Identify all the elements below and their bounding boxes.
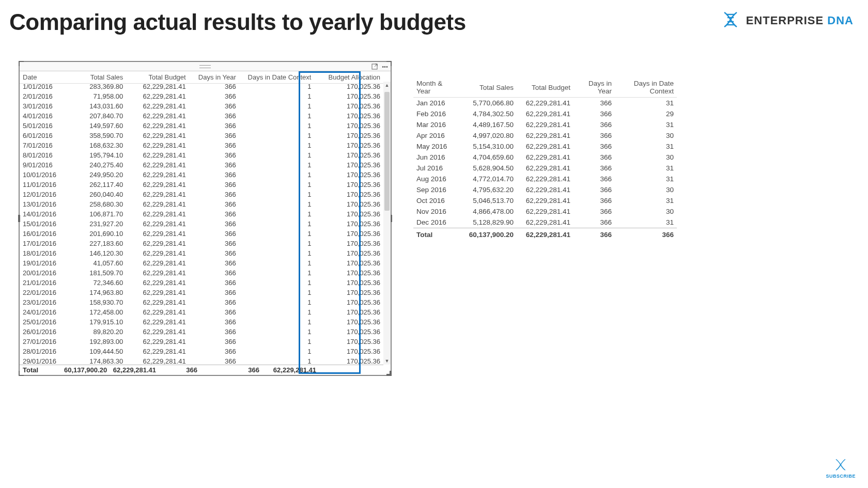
col-header-budget-m[interactable]: Total Budget bbox=[517, 77, 574, 98]
resize-handle-br[interactable] bbox=[386, 371, 392, 376]
total-diy: 366 bbox=[159, 366, 200, 374]
table-row[interactable]: 11/01/2016262,117.4062,229,281.413661170… bbox=[20, 180, 383, 190]
table-row[interactable]: Jan 20165,770,066.8062,229,281.4136631 bbox=[413, 98, 677, 109]
more-options-icon[interactable]: ••• bbox=[381, 63, 389, 70]
table-row[interactable]: 24/01/2016172,458.0062,229,281.413661170… bbox=[20, 307, 383, 317]
table-row[interactable]: 10/01/2016249,950.2062,229,281.413661170… bbox=[20, 170, 383, 180]
brand-text: ENTERPRISE DNA bbox=[746, 14, 854, 27]
table-row[interactable]: Aug 20164,772,014.7062,229,281.4136631 bbox=[413, 174, 677, 184]
table-row[interactable]: 8/01/2016195,794.1062,229,281.413661170,… bbox=[20, 150, 383, 160]
col-header-context-m[interactable]: Days in Date Context bbox=[615, 77, 677, 98]
table-row[interactable]: 12/01/2016260,040.4062,229,281.413661170… bbox=[20, 190, 383, 199]
table-row[interactable]: 26/01/201689,820.2062,229,281.413661170,… bbox=[20, 327, 383, 337]
table-row[interactable]: 19/01/201641,057.6062,229,281.413661170,… bbox=[20, 258, 383, 268]
table-row[interactable]: 4/01/2016207,840.7062,229,281.413661170,… bbox=[20, 111, 383, 121]
dna-icon bbox=[720, 9, 741, 32]
table-row[interactable]: Feb 20164,784,302.5062,229,281.4136629 bbox=[413, 108, 677, 119]
total-label: Total bbox=[20, 366, 61, 374]
table-row[interactable]: 21/01/201672,346.6062,229,281.413661170,… bbox=[20, 278, 383, 288]
total-ctx: 366 bbox=[200, 366, 262, 374]
subscribe-label: SUBSCRIBE bbox=[826, 474, 856, 479]
table-row[interactable]: 28/01/2016109,444.5062,229,281.413661170… bbox=[20, 347, 383, 356]
table-row[interactable]: 13/01/2016258,680.3062,229,281.413661170… bbox=[20, 199, 383, 209]
table-row[interactable]: 1/01/2016283,369.8062,229,281.413661170,… bbox=[20, 82, 383, 91]
table-row[interactable]: 22/01/2016174,963.8062,229,281.413661170… bbox=[20, 288, 383, 297]
focus-mode-icon[interactable] bbox=[371, 63, 378, 70]
drag-grip-icon[interactable] bbox=[199, 65, 211, 68]
scroll-thumb[interactable] bbox=[384, 92, 390, 211]
monthly-table-visual[interactable]: Month & Year Total Sales Total Budget Da… bbox=[413, 77, 677, 240]
monthly-header-row: Month & Year Total Sales Total Budget Da… bbox=[413, 77, 677, 98]
daily-totals-row: Total 60,137,900.20 62,229,281.41 366 36… bbox=[20, 365, 383, 375]
scroll-up-icon[interactable]: ▲ bbox=[383, 82, 391, 89]
scroll-down-icon[interactable]: ▼ bbox=[383, 357, 391, 365]
page-title: Comparing actual results to yearly budge… bbox=[9, 9, 466, 35]
table-row[interactable]: 25/01/2016179,915.1062,229,281.413661170… bbox=[20, 317, 383, 327]
table-row[interactable]: Jul 20165,628,904.5062,229,281.4136631 bbox=[413, 163, 677, 174]
daily-table-visual[interactable]: ••• Date Total Sales Total Budget Days i… bbox=[19, 61, 392, 376]
table-row[interactable]: Mar 20164,489,167.5062,229,281.4136631 bbox=[413, 119, 677, 130]
total-sales: 60,137,900.20 bbox=[61, 366, 107, 374]
table-row[interactable]: Jun 20164,704,659.6062,229,281.4136630 bbox=[413, 152, 677, 163]
table-row[interactable]: 18/01/2016146,120.3062,229,281.413661170… bbox=[20, 248, 383, 258]
table-row[interactable]: 2/01/201671,958.0062,229,281.413661170,0… bbox=[20, 91, 383, 101]
table-row[interactable]: 6/01/2016358,590.7062,229,281.413661170,… bbox=[20, 131, 383, 140]
table-row[interactable]: 27/01/2016192,893.0062,229,281.413661170… bbox=[20, 337, 383, 347]
total-budget: 62,229,281.41 bbox=[107, 366, 159, 374]
table-row[interactable]: 16/01/2016201,690.1062,229,281.413661170… bbox=[20, 229, 383, 239]
table-row[interactable]: 3/01/2016143,031.6062,229,281.413661170,… bbox=[20, 101, 383, 111]
table-row[interactable]: Nov 20164,866,478.0062,229,281.4136630 bbox=[413, 206, 677, 217]
svg-line-5 bbox=[375, 64, 377, 67]
brand-logo: ENTERPRISE DNA bbox=[720, 9, 854, 32]
table-row[interactable]: Dec 20165,128,829.9062,229,281.4136631 bbox=[413, 217, 677, 228]
table-row[interactable]: 15/01/2016231,927.2062,229,281.413661170… bbox=[20, 219, 383, 229]
table-row[interactable]: May 20165,154,310.0062,229,281.4136631 bbox=[413, 141, 677, 152]
table-row[interactable]: 29/01/2016174,863.3062,229,281.413661170… bbox=[20, 356, 383, 365]
table-row[interactable]: 9/01/2016240,275.4062,229,281.413661170,… bbox=[20, 160, 383, 170]
table-row[interactable]: 20/01/2016181,509.7062,229,281.413661170… bbox=[20, 268, 383, 278]
table-row[interactable]: 17/01/2016227,183.6062,229,281.413661170… bbox=[20, 239, 383, 248]
total-alloc: 62,229,281.41 bbox=[262, 366, 319, 374]
col-header-sales-m[interactable]: Total Sales bbox=[460, 77, 517, 98]
col-header-days-m[interactable]: Days in Year bbox=[574, 77, 615, 98]
table-row[interactable]: Apr 20164,997,020.8062,229,281.4136630 bbox=[413, 130, 677, 141]
subscribe-badge[interactable]: SUBSCRIBE bbox=[826, 457, 856, 479]
visual-header[interactable]: ••• bbox=[20, 62, 391, 71]
monthly-totals-row: Total60,137,900.2062,229,281.41366366 bbox=[413, 228, 677, 241]
table-row[interactable]: 23/01/2016158,930.7062,229,281.413661170… bbox=[20, 297, 383, 307]
col-header-month[interactable]: Month & Year bbox=[413, 77, 460, 98]
vertical-scrollbar[interactable]: ▲ ▼ bbox=[383, 82, 391, 365]
table-row[interactable]: Sep 20164,795,632.2062,229,281.4136630 bbox=[413, 184, 677, 195]
table-row[interactable]: Oct 20165,046,513.7062,229,281.4136631 bbox=[413, 195, 677, 206]
table-row[interactable]: 7/01/2016168,632.3062,229,281.413661170,… bbox=[20, 140, 383, 150]
table-row[interactable]: 14/01/2016106,871.7062,229,281.413661170… bbox=[20, 209, 383, 219]
table-row[interactable]: 5/01/2016149,597.6062,229,281.413661170,… bbox=[20, 121, 383, 131]
